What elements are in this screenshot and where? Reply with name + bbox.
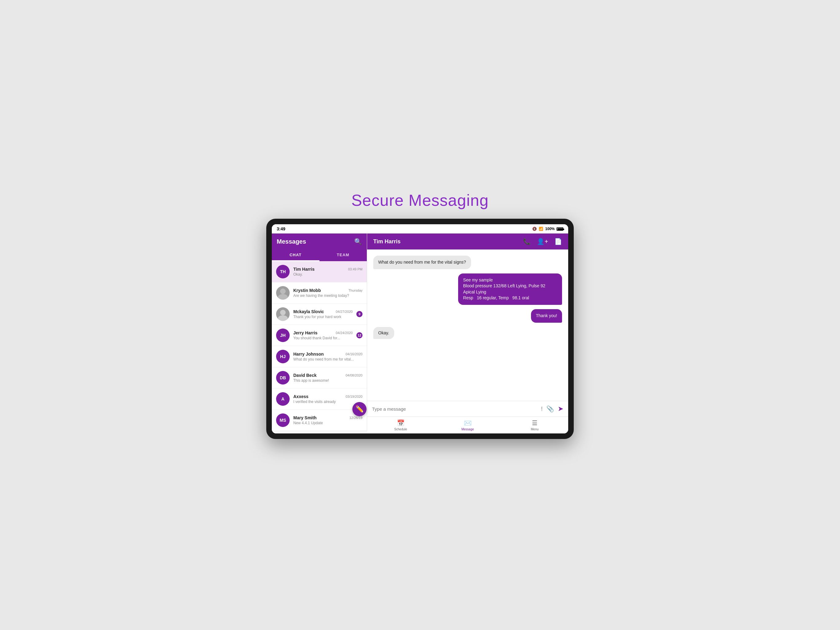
messages-panel: Messages 🔍 CHAT TEAM TH	[272, 233, 367, 431]
alert-icon[interactable]: !	[541, 405, 543, 413]
message-bubble: See my sampleBlood pressure 132/68 Left …	[458, 274, 562, 305]
conversation-item[interactable]: TH Tim Harris 03:49 PM Okay.	[272, 261, 367, 282]
conv-info: Jerry Harris 04/24/2020 You should thank…	[293, 330, 353, 340]
conv-info: Krystin Mobb Thursday Are we having the …	[293, 288, 363, 298]
conv-info: David Beck 04/08/2020 This app is awesom…	[293, 373, 363, 383]
avatar: A	[276, 392, 290, 406]
conv-info: Harry Johnson 04/16/2020 What do you nee…	[293, 351, 363, 361]
conv-name: David Beck	[293, 373, 316, 378]
avatar: JH	[276, 329, 290, 342]
conversation-item[interactable]: JH Jerry Harris 04/24/2020 You should th…	[272, 325, 367, 346]
avatar: HJ	[276, 350, 290, 363]
nav-schedule-label: Schedule	[394, 427, 407, 431]
chat-contact-name: Tim Harris	[373, 238, 401, 245]
conv-time: 03/19/2020	[346, 395, 363, 398]
bottom-nav: ⌂ Home 🏥 Patients	[272, 431, 367, 434]
wifi-icon: 📶	[539, 227, 543, 231]
conv-name: Harry Johnson	[293, 351, 324, 356]
conv-preview: Are we having the meeting today?	[293, 293, 363, 298]
screen-body: Messages 🔍 CHAT TEAM TH	[272, 233, 568, 434]
messages-header: Messages 🔍	[272, 233, 367, 250]
conv-info: Mckayla Slovic 04/27/2020 Thank you for …	[293, 309, 353, 319]
conv-time: 04/16/2020	[346, 352, 363, 356]
status-bar: 3:49 🔇 📶 100%	[272, 224, 568, 233]
conv-name: Jerry Harris	[293, 330, 317, 335]
nav-schedule[interactable]: 📅 Schedule	[367, 417, 434, 434]
nav-menu[interactable]: ☰ Menu	[501, 417, 568, 434]
avatar: MS	[276, 413, 290, 427]
chat-input-bar: ! 📎 ➤	[367, 401, 568, 416]
conv-name: Axxess	[293, 394, 308, 399]
conv-name: Mary Smith	[293, 415, 316, 420]
menu-icon: ☰	[532, 419, 537, 427]
page-title: Secure Messaging	[351, 191, 489, 209]
conv-preview: What do you need from me for vital...	[293, 357, 363, 361]
conv-name: Mckayla Slovic	[293, 309, 324, 314]
conv-time: 04/27/2020	[336, 310, 353, 313]
svg-point-1	[278, 294, 288, 300]
avatar: DB	[276, 371, 290, 385]
schedule-icon: 📅	[397, 419, 405, 427]
nav-home[interactable]: ⌂ Home	[272, 431, 319, 434]
conv-preview: New 4.4.1 Update	[293, 421, 363, 425]
left-section: Messages 🔍 CHAT TEAM TH	[272, 233, 367, 434]
battery-icon	[556, 227, 563, 231]
conv-time: 12/26/19	[349, 416, 363, 419]
avatar: TH	[276, 265, 290, 279]
chat-panel: Tim Harris 📞 👤+ 📄 What do you need from …	[367, 233, 568, 434]
avatar	[276, 307, 290, 321]
search-button[interactable]: 🔍	[354, 238, 362, 245]
conv-preview: Okay.	[293, 272, 363, 277]
phone-icon[interactable]: 📞	[523, 238, 531, 245]
tab-team[interactable]: TEAM	[319, 250, 367, 261]
compose-fab[interactable]: ✏️	[352, 402, 366, 416]
message-input[interactable]	[372, 406, 537, 412]
conv-name: Tim Harris	[293, 267, 314, 272]
message-bubble: Okay.	[373, 327, 394, 339]
conv-info: Axxess 03/19/2020 I verified the visits …	[293, 394, 363, 404]
conv-preview: I verified the visits already	[293, 400, 363, 404]
send-button[interactable]: ➤	[558, 405, 563, 413]
signal-icon: 🔇	[532, 227, 537, 231]
svg-point-0	[280, 288, 286, 294]
conv-time: Thursday	[348, 288, 363, 292]
chat-header-actions: 📞 👤+ 📄	[523, 238, 562, 245]
conv-preview: Thank you for your hard work	[293, 315, 353, 319]
nav-menu-label: Menu	[531, 427, 538, 431]
unread-badge: 9	[356, 311, 363, 317]
conv-time: 03:49 PM	[348, 268, 363, 271]
conversation-list: TH Tim Harris 03:49 PM Okay.	[272, 261, 367, 431]
conv-preview: You should thank David for...	[293, 336, 353, 340]
document-icon[interactable]: 📄	[554, 238, 562, 245]
messages-title: Messages	[277, 238, 306, 245]
tab-chat[interactable]: CHAT	[272, 250, 319, 261]
message-icon: ✉️	[464, 419, 472, 427]
bottom-nav-right: 📅 Schedule ✉️ Message ☰ Menu	[367, 416, 568, 434]
conversation-item[interactable]: Krystin Mobb Thursday Are we having the …	[272, 282, 367, 304]
status-time: 3:49	[277, 226, 285, 231]
chat-messages: What do you need from me for the vital s…	[367, 250, 568, 401]
tablet-screen: 3:49 🔇 📶 100% Messages 🔍	[272, 224, 568, 434]
conversation-item[interactable]: Mckayla Slovic 04/27/2020 Thank you for …	[272, 304, 367, 325]
conv-time: 04/08/2020	[346, 374, 363, 377]
conv-preview: This app is awesome!	[293, 378, 363, 383]
nav-message-label: Message	[461, 427, 474, 431]
svg-point-2	[280, 310, 286, 315]
nav-message[interactable]: ✉️ Message	[434, 417, 501, 434]
battery-text: 100%	[545, 227, 555, 231]
attachment-icon[interactable]: 📎	[546, 405, 554, 413]
conv-time: 04/24/2020	[336, 331, 353, 335]
conversation-item[interactable]: HJ Harry Johnson 04/16/2020 What do you …	[272, 346, 367, 367]
status-right: 🔇 📶 100%	[532, 227, 563, 231]
nav-patients[interactable]: 🏥 Patients	[319, 431, 367, 434]
conv-name: Krystin Mobb	[293, 288, 321, 293]
message-bubble: Thank you!	[531, 309, 562, 323]
chat-header: Tim Harris 📞 👤+ 📄	[367, 233, 568, 250]
conversation-item[interactable]: DB David Beck 04/08/2020 This app is awe…	[272, 367, 367, 388]
conv-info: Tim Harris 03:49 PM Okay.	[293, 267, 363, 277]
conversation-item[interactable]: MS Mary Smith 12/26/19 New 4.4.1 Update	[272, 410, 367, 431]
add-person-icon[interactable]: 👤+	[537, 238, 548, 245]
conv-info: Mary Smith 12/26/19 New 4.4.1 Update	[293, 415, 363, 425]
message-bubble: What do you need from me for the vital s…	[373, 256, 471, 269]
tablet-frame: 3:49 🔇 📶 100% Messages 🔍	[266, 219, 574, 439]
